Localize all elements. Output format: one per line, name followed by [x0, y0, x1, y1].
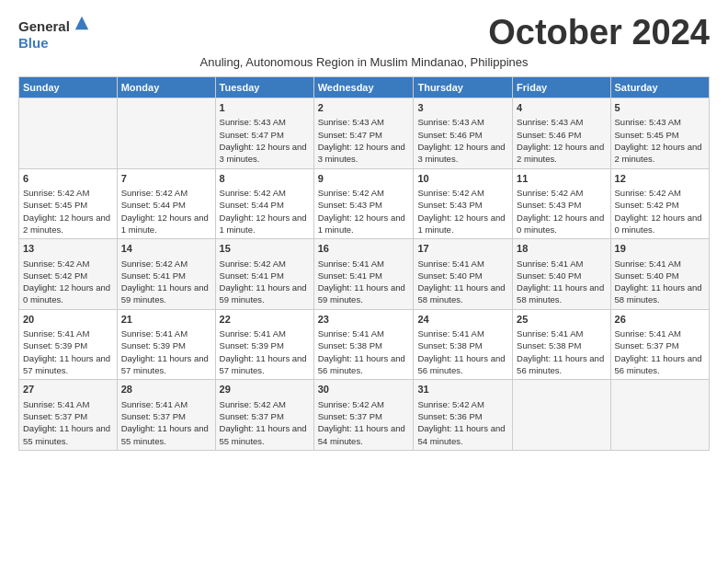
calendar-cell: 24Sunrise: 5:41 AM Sunset: 5:38 PM Dayli… [414, 309, 513, 380]
calendar-cell: 12Sunrise: 5:42 AM Sunset: 5:42 PM Dayli… [610, 168, 709, 239]
calendar-cell: 29Sunrise: 5:42 AM Sunset: 5:37 PM Dayli… [215, 380, 313, 451]
calendar-table: SundayMondayTuesdayWednesdayThursdayFrid… [18, 76, 710, 451]
calendar-cell: 30Sunrise: 5:42 AM Sunset: 5:37 PM Dayli… [313, 380, 414, 451]
logo-text: General Blue [18, 15, 90, 52]
day-info: Sunrise: 5:43 AM Sunset: 5:46 PM Dayligh… [517, 116, 606, 165]
day-info: Sunrise: 5:42 AM Sunset: 5:42 PM Dayligh… [23, 258, 113, 306]
calendar-cell: 25Sunrise: 5:41 AM Sunset: 5:38 PM Dayli… [513, 309, 610, 380]
week-row-1: 1Sunrise: 5:43 AM Sunset: 5:47 PM Daylig… [19, 98, 710, 169]
day-number: 7 [121, 172, 211, 186]
day-number: 8 [220, 172, 310, 186]
col-header-sunday: Sunday [19, 77, 118, 98]
day-info: Sunrise: 5:41 AM Sunset: 5:39 PM Dayligh… [121, 327, 211, 376]
calendar-cell: 26Sunrise: 5:41 AM Sunset: 5:37 PM Dayli… [610, 309, 709, 380]
calendar-cell: 6Sunrise: 5:42 AM Sunset: 5:45 PM Daylig… [19, 168, 118, 239]
logo-blue: Blue [18, 35, 49, 51]
col-header-monday: Monday [117, 77, 215, 98]
col-header-thursday: Thursday [414, 77, 513, 98]
logo: General Blue [18, 15, 90, 52]
day-number: 30 [318, 383, 410, 396]
day-info: Sunrise: 5:42 AM Sunset: 5:43 PM Dayligh… [318, 187, 410, 236]
day-number: 12 [615, 172, 705, 186]
day-info: Sunrise: 5:42 AM Sunset: 5:43 PM Dayligh… [517, 187, 606, 236]
day-number: 20 [23, 313, 113, 327]
day-info: Sunrise: 5:41 AM Sunset: 5:39 PM Dayligh… [23, 327, 113, 376]
day-number: 6 [23, 172, 113, 186]
calendar-cell: 16Sunrise: 5:41 AM Sunset: 5:41 PM Dayli… [313, 239, 414, 310]
calendar-cell: 19Sunrise: 5:41 AM Sunset: 5:40 PM Dayli… [610, 239, 709, 310]
day-number: 28 [121, 383, 211, 396]
calendar-cell: 8Sunrise: 5:42 AM Sunset: 5:44 PM Daylig… [215, 168, 313, 239]
calendar-cell: 9Sunrise: 5:42 AM Sunset: 5:43 PM Daylig… [313, 168, 414, 239]
calendar-cell: 20Sunrise: 5:41 AM Sunset: 5:39 PM Dayli… [19, 309, 118, 380]
day-info: Sunrise: 5:42 AM Sunset: 5:41 PM Dayligh… [121, 258, 211, 306]
day-info: Sunrise: 5:42 AM Sunset: 5:42 PM Dayligh… [615, 187, 705, 236]
day-info: Sunrise: 5:41 AM Sunset: 5:37 PM Dayligh… [23, 398, 113, 447]
day-number: 15 [220, 242, 310, 256]
day-info: Sunrise: 5:43 AM Sunset: 5:47 PM Dayligh… [318, 116, 410, 165]
calendar-cell: 1Sunrise: 5:43 AM Sunset: 5:47 PM Daylig… [215, 98, 313, 169]
calendar-cell [117, 98, 215, 169]
calendar-cell: 7Sunrise: 5:42 AM Sunset: 5:44 PM Daylig… [117, 168, 215, 239]
week-row-5: 27Sunrise: 5:41 AM Sunset: 5:37 PM Dayli… [19, 380, 710, 451]
day-number: 11 [517, 172, 606, 186]
col-header-friday: Friday [513, 77, 610, 98]
page-header: General Blue October 2024 [18, 15, 710, 52]
day-number: 13 [23, 242, 113, 256]
day-info: Sunrise: 5:41 AM Sunset: 5:40 PM Dayligh… [615, 258, 705, 306]
day-number: 19 [615, 242, 705, 256]
day-number: 18 [517, 242, 606, 256]
day-info: Sunrise: 5:42 AM Sunset: 5:36 PM Dayligh… [417, 398, 508, 447]
day-info: Sunrise: 5:42 AM Sunset: 5:44 PM Dayligh… [220, 187, 310, 236]
day-info: Sunrise: 5:42 AM Sunset: 5:37 PM Dayligh… [220, 398, 310, 447]
col-header-tuesday: Tuesday [215, 77, 313, 98]
week-row-3: 13Sunrise: 5:42 AM Sunset: 5:42 PM Dayli… [19, 239, 710, 310]
day-info: Sunrise: 5:42 AM Sunset: 5:44 PM Dayligh… [121, 187, 211, 236]
subtitle: Anuling, Autonomous Region in Muslim Min… [18, 55, 710, 69]
calendar-cell: 28Sunrise: 5:41 AM Sunset: 5:37 PM Dayli… [117, 380, 215, 451]
header-row: SundayMondayTuesdayWednesdayThursdayFrid… [19, 77, 710, 98]
day-info: Sunrise: 5:43 AM Sunset: 5:45 PM Dayligh… [615, 116, 705, 165]
calendar-cell: 3Sunrise: 5:43 AM Sunset: 5:46 PM Daylig… [414, 98, 513, 169]
calendar-cell: 17Sunrise: 5:41 AM Sunset: 5:40 PM Dayli… [414, 239, 513, 310]
calendar-cell: 15Sunrise: 5:42 AM Sunset: 5:41 PM Dayli… [215, 239, 313, 310]
calendar-cell: 2Sunrise: 5:43 AM Sunset: 5:47 PM Daylig… [313, 98, 414, 169]
day-info: Sunrise: 5:41 AM Sunset: 5:41 PM Dayligh… [318, 258, 410, 306]
day-info: Sunrise: 5:41 AM Sunset: 5:38 PM Dayligh… [417, 327, 508, 376]
day-info: Sunrise: 5:41 AM Sunset: 5:37 PM Dayligh… [615, 327, 705, 376]
month-title: October 2024 [488, 15, 710, 50]
calendar-cell [19, 98, 118, 169]
calendar-cell: 10Sunrise: 5:42 AM Sunset: 5:43 PM Dayli… [414, 168, 513, 239]
day-number: 24 [417, 313, 508, 327]
calendar-cell: 14Sunrise: 5:42 AM Sunset: 5:41 PM Dayli… [117, 239, 215, 310]
day-number: 26 [615, 313, 705, 327]
calendar-cell: 31Sunrise: 5:42 AM Sunset: 5:36 PM Dayli… [414, 380, 513, 451]
calendar-cell [610, 380, 709, 451]
day-info: Sunrise: 5:42 AM Sunset: 5:37 PM Dayligh… [318, 398, 410, 447]
col-header-saturday: Saturday [610, 77, 709, 98]
day-info: Sunrise: 5:41 AM Sunset: 5:40 PM Dayligh… [417, 258, 508, 306]
svg-marker-0 [75, 17, 88, 29]
day-number: 3 [417, 101, 508, 115]
day-number: 2 [318, 101, 410, 115]
calendar-cell: 23Sunrise: 5:41 AM Sunset: 5:38 PM Dayli… [313, 309, 414, 380]
day-number: 1 [220, 101, 310, 115]
col-header-wednesday: Wednesday [313, 77, 414, 98]
day-number: 29 [220, 383, 310, 396]
week-row-4: 20Sunrise: 5:41 AM Sunset: 5:39 PM Dayli… [19, 309, 710, 380]
logo-icon [74, 15, 90, 31]
day-number: 16 [318, 242, 410, 256]
day-number: 10 [417, 172, 508, 186]
day-number: 31 [417, 383, 508, 396]
day-info: Sunrise: 5:41 AM Sunset: 5:40 PM Dayligh… [517, 258, 606, 306]
day-number: 9 [318, 172, 410, 186]
day-info: Sunrise: 5:42 AM Sunset: 5:41 PM Dayligh… [220, 258, 310, 306]
calendar-cell: 5Sunrise: 5:43 AM Sunset: 5:45 PM Daylig… [610, 98, 709, 169]
day-number: 22 [220, 313, 310, 327]
day-info: Sunrise: 5:42 AM Sunset: 5:45 PM Dayligh… [23, 187, 113, 236]
day-info: Sunrise: 5:43 AM Sunset: 5:46 PM Dayligh… [417, 116, 508, 165]
day-info: Sunrise: 5:41 AM Sunset: 5:38 PM Dayligh… [517, 327, 606, 376]
day-number: 5 [615, 101, 705, 115]
week-row-2: 6Sunrise: 5:42 AM Sunset: 5:45 PM Daylig… [19, 168, 710, 239]
calendar-cell: 21Sunrise: 5:41 AM Sunset: 5:39 PM Dayli… [117, 309, 215, 380]
